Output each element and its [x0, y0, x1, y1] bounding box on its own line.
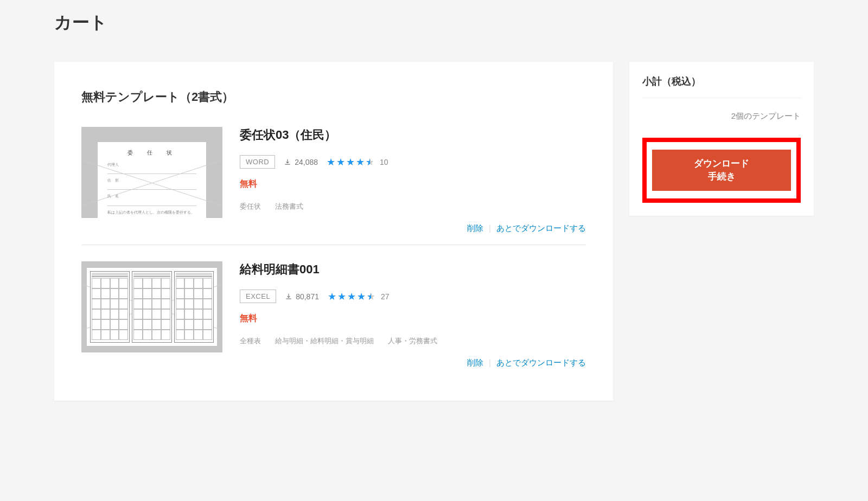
delete-link[interactable]: 削除: [467, 223, 483, 234]
item-thumbnail[interactable]: [81, 261, 222, 352]
download-later-link[interactable]: あとでダウンロードする: [496, 358, 586, 368]
delete-link[interactable]: 削除: [467, 358, 483, 368]
star-icon: ★: [327, 156, 335, 168]
download-count: 24,088: [284, 158, 318, 166]
cart-item: 委 任 状 代理人 住 所 氏 名 私は上記の者を代理人とし、次の権限を委任する…: [81, 127, 586, 245]
page-title: カート: [54, 11, 814, 35]
star-rating: ★ ★ ★ ★ ★ 27: [328, 291, 390, 303]
star-half-icon: ★: [366, 156, 374, 168]
star-rating: ★ ★ ★ ★ ★ 10: [327, 156, 388, 168]
separator: |: [489, 223, 491, 234]
star-half-icon: ★: [367, 291, 375, 303]
star-icon: ★: [346, 156, 355, 168]
item-title[interactable]: 給料明細書001: [240, 261, 586, 278]
star-icon: ★: [336, 156, 345, 168]
download-icon: [285, 293, 292, 300]
download-later-link[interactable]: あとでダウンロードする: [496, 223, 586, 234]
download-icon: [284, 158, 291, 166]
rating-count: 27: [381, 292, 390, 301]
download-proceed-button[interactable]: ダウンロード 手続き: [652, 150, 791, 191]
item-tags: 委任状 法務書式: [240, 202, 586, 211]
cart-item: 給料明細書001 EXCEL 80,871 ★ ★ ★ ★ ★: [81, 261, 586, 379]
file-type-badge: EXCEL: [240, 290, 276, 303]
download-count: 80,871: [285, 292, 319, 301]
star-icon: ★: [347, 291, 356, 303]
subtotal-panel: 小計（税込） 2個のテンプレート ダウンロード 手続き: [629, 62, 814, 216]
item-tags: 全種表 給与明細・給料明細・賞与明細 人事・労務書式: [240, 336, 586, 346]
item-price: 無料: [240, 178, 586, 190]
item-price: 無料: [240, 313, 586, 324]
file-type-badge: WORD: [240, 155, 275, 169]
separator: |: [489, 358, 491, 368]
item-title[interactable]: 委任状03（住民）: [240, 127, 586, 143]
star-icon: ★: [356, 156, 365, 168]
template-count: 2個のテンプレート: [642, 98, 801, 138]
rating-count: 10: [380, 158, 388, 166]
section-heading: 無料テンプレート（2書式）: [81, 89, 586, 105]
item-thumbnail[interactable]: 委 任 状 代理人 住 所 氏 名 私は上記の者を代理人とし、次の権限を委任する…: [81, 127, 222, 218]
cart-items-panel: 無料テンプレート（2書式） 委 任 状 代理人 住 所 氏 名 私は上記の者を代: [54, 62, 613, 401]
cta-highlight-box: ダウンロード 手続き: [642, 138, 801, 203]
star-icon: ★: [337, 291, 346, 303]
subtotal-title: 小計（税込）: [642, 75, 801, 98]
star-icon: ★: [357, 291, 366, 303]
star-icon: ★: [328, 291, 336, 303]
